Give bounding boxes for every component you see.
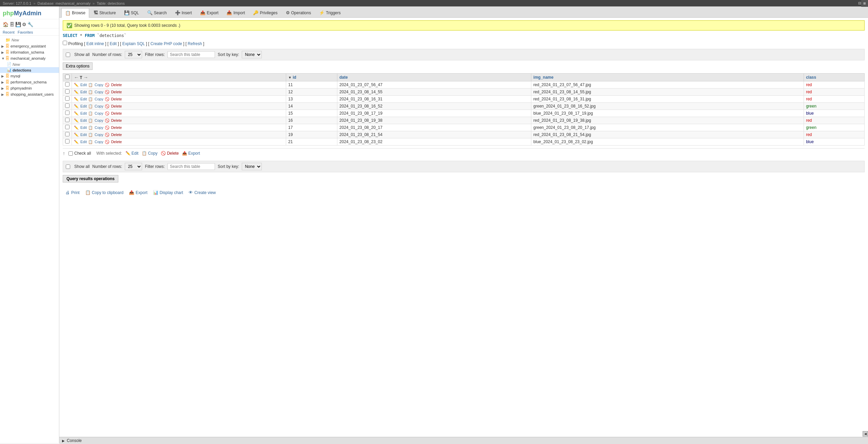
tab-insert[interactable]: ➕ Insert — [171, 8, 196, 17]
tab-structure[interactable]: 🏗 Structure — [90, 8, 120, 17]
delete-btn-6[interactable]: Delete — [111, 126, 122, 130]
row-checkbox-5[interactable] — [65, 118, 70, 122]
sidebar-item-shopping-assistant-users[interactable]: ▶ 🗄 shopping_assistant_users — [0, 91, 59, 97]
col-date-link[interactable]: date — [339, 75, 348, 80]
tab-browse[interactable]: 📋 Browse — [61, 8, 89, 18]
row-checkbox-1[interactable] — [65, 89, 70, 94]
delete-btn-8[interactable]: Delete — [111, 140, 122, 144]
home-icon[interactable]: 🏠 — [3, 22, 8, 27]
col-header-date[interactable]: date — [337, 74, 531, 81]
show-all-checkbox-bottom[interactable] — [66, 165, 70, 169]
sidebar-subitem-new-ma[interactable]: 📄 New — [0, 61, 59, 67]
col-class-link[interactable]: class — [806, 75, 816, 80]
sidebar-item-emergency-assistant[interactable]: ▶ 🗄 emergency_assistant — [0, 43, 59, 49]
delete-btn-7[interactable]: Delete — [111, 133, 122, 137]
resize-handle-top[interactable]: ⊞ — [861, 0, 868, 7]
profiling-checkbox[interactable] — [63, 41, 67, 45]
select-all-checkbox[interactable] — [65, 75, 70, 79]
sidebar-item-new[interactable]: 📁 New — [0, 37, 59, 43]
edit-btn-8[interactable]: Edit — [80, 140, 87, 144]
tab-import[interactable]: 📥 Import — [223, 8, 249, 17]
explain-sql-link[interactable]: Explain SQL — [122, 41, 145, 46]
edit-btn-4[interactable]: Edit — [80, 111, 87, 115]
bottom-edit-button[interactable]: ✏️ Edit — [125, 151, 139, 156]
sql-icon[interactable]: 💾 — [15, 22, 21, 27]
edit-btn-0[interactable]: Edit — [80, 83, 87, 87]
databases-icon[interactable]: 🗄 — [9, 22, 14, 27]
edit-btn-7[interactable]: Edit — [80, 133, 87, 137]
display-chart-button[interactable]: 📊 Display chart — [153, 190, 183, 195]
copy-clipboard-button[interactable]: 📋 Copy to clipboard — [85, 190, 123, 195]
sidebar-item-mechanical-anomaly[interactable]: ▼ 🗄 mechanical_anomaly — [0, 55, 59, 61]
sidebar-item-performance-schema[interactable]: ▶ 🗄 performance_schema — [0, 79, 59, 85]
col-id-link[interactable]: id — [293, 75, 296, 80]
tab-search[interactable]: 🔍 Search — [143, 8, 171, 17]
tab-export[interactable]: 📤 Export — [196, 8, 222, 17]
sidebar-item-mysql[interactable]: ▶ 🗄 mysql — [0, 73, 59, 79]
print-button[interactable]: 🖨 Print — [65, 190, 80, 195]
row-checkbox-4[interactable] — [65, 111, 70, 115]
row-checkbox-6[interactable] — [65, 125, 70, 129]
copy-btn-8[interactable]: Copy — [95, 140, 103, 144]
copy-btn-7[interactable]: Copy — [95, 133, 103, 137]
col-header-id[interactable]: ▼ id — [286, 74, 337, 81]
edit-btn-5[interactable]: Edit — [80, 118, 87, 122]
sidebar-item-phpmyadmin[interactable]: ▶ 🗄 phpmyadmin — [0, 85, 59, 91]
bottom-delete-button[interactable]: 🚫 Delete — [161, 151, 179, 156]
edit-inline-link[interactable]: Edit inline — [86, 41, 104, 46]
create-php-code-link[interactable]: Create PHP code — [151, 41, 182, 46]
delete-btn-1[interactable]: Delete — [111, 90, 122, 94]
bottom-export-button[interactable]: 📤 Export — [182, 151, 200, 156]
console-bar[interactable]: ▶ Console — [59, 437, 868, 443]
copy-btn-1[interactable]: Copy — [95, 90, 103, 94]
favorites-link[interactable]: Favorites — [18, 30, 33, 34]
extra-options-button[interactable]: Extra options — [63, 62, 93, 70]
tab-operations[interactable]: ⚙ Operations — [282, 8, 315, 17]
check-all-checkbox-bottom[interactable] — [68, 151, 73, 156]
refresh-link[interactable]: Refresh — [188, 41, 202, 46]
copy-btn-4[interactable]: Copy — [95, 111, 103, 115]
copy-btn-0[interactable]: Copy — [95, 83, 103, 87]
copy-btn-2[interactable]: Copy — [95, 97, 103, 101]
delete-btn-2[interactable]: Delete — [111, 97, 122, 101]
filter-input-top[interactable] — [167, 51, 215, 58]
recent-link[interactable]: Recent — [3, 30, 15, 34]
delete-btn-3[interactable]: Delete — [111, 104, 122, 108]
export-ops-button[interactable]: 📤 Export — [129, 190, 147, 195]
row-checkbox-2[interactable] — [65, 96, 70, 101]
settings-icon[interactable]: ⚙ — [22, 22, 26, 27]
filter-input-bottom[interactable] — [167, 163, 215, 170]
check-all-label[interactable]: Check all — [68, 151, 91, 156]
copy-btn-3[interactable]: Copy — [95, 104, 103, 108]
col-header-img-name[interactable]: img_name — [531, 74, 804, 81]
bottom-copy-button[interactable]: 📋 Copy — [142, 151, 157, 156]
copy-btn-6[interactable]: Copy — [95, 126, 103, 130]
row-checkbox-3[interactable] — [65, 103, 70, 108]
show-all-checkbox-top[interactable] — [66, 53, 70, 57]
row-checkbox-8[interactable] — [65, 139, 70, 143]
sidebar-item-information-schema[interactable]: ▶ 🗄 information_schema — [0, 49, 59, 55]
create-view-button[interactable]: 👁 Create view — [189, 190, 216, 195]
delete-btn-4[interactable]: Delete — [111, 111, 122, 115]
num-rows-select-bottom[interactable]: 25 50 100 — [125, 163, 142, 170]
col-header-class[interactable]: class — [804, 74, 865, 81]
resize-handle-bottom[interactable]: ◀ — [863, 431, 868, 437]
num-rows-select-top[interactable]: 25 50 100 — [125, 51, 142, 58]
sidebar-subitem-detections[interactable]: 📊 detections — [0, 67, 59, 73]
edit-btn-6[interactable]: Edit — [80, 126, 87, 130]
col-img-name-link[interactable]: img_name — [533, 75, 553, 80]
row-checkbox-0[interactable] — [65, 82, 70, 86]
query-results-ops-button[interactable]: Query results operations — [63, 175, 118, 182]
edit-btn-1[interactable]: Edit — [80, 90, 87, 94]
edit-btn-3[interactable]: Edit — [80, 104, 87, 108]
tab-sql[interactable]: 💾 SQL — [120, 8, 143, 17]
delete-btn-5[interactable]: Delete — [111, 118, 122, 122]
tab-privileges[interactable]: 🔑 Privileges — [249, 8, 281, 17]
edit-btn-2[interactable]: Edit — [80, 97, 87, 101]
delete-btn-0[interactable]: Delete — [111, 83, 122, 87]
row-checkbox-7[interactable] — [65, 132, 70, 136]
edit-link[interactable]: Edit — [110, 41, 117, 46]
copy-btn-5[interactable]: Copy — [95, 118, 103, 122]
more-icon[interactable]: 🔧 — [27, 22, 33, 27]
sort-by-key-select-bottom[interactable]: None — [242, 163, 262, 170]
